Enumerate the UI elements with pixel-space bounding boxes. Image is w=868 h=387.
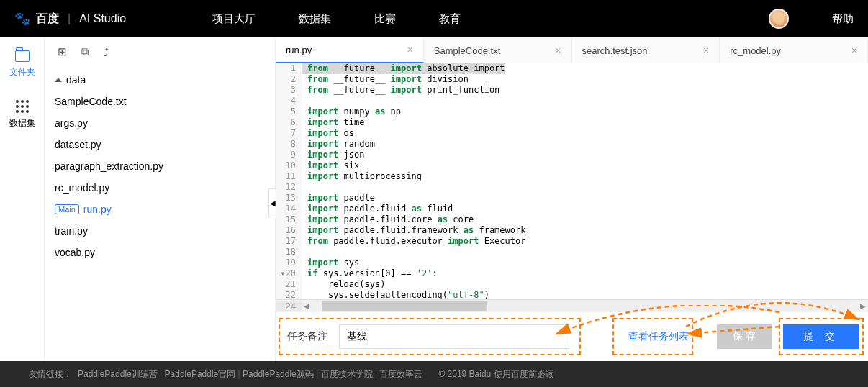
code-content[interactable]: import time — [302, 117, 364, 128]
code-editor[interactable]: 1from __future__ import absolute_import2… — [276, 63, 868, 299]
code-line[interactable]: 21 reload(sys) — [276, 279, 868, 290]
footer-link[interactable]: PaddlePaddle官网 — [165, 369, 236, 379]
footer-link[interactable]: 百度技术学院 — [321, 369, 373, 379]
nav-education[interactable]: 教育 — [439, 12, 461, 26]
close-icon[interactable]: × — [703, 45, 709, 56]
code-line[interactable]: 8import random — [276, 139, 868, 150]
code-line[interactable]: 15import paddle.fluid.core as core — [276, 214, 868, 225]
code-line[interactable]: 5import numpy as np — [276, 106, 868, 117]
rail-datasets[interactable]: 数据集 — [0, 87, 44, 138]
code-content[interactable]: import random — [302, 139, 375, 150]
code-line[interactable]: 16import paddle.fluid.framework as frame… — [276, 225, 868, 236]
scroll-thumb[interactable] — [322, 301, 487, 311]
code-line[interactable]: ▾20if sys.version[0] == '2': — [276, 268, 868, 279]
line-number: 7 — [276, 128, 302, 139]
submit-button[interactable]: 提 交 — [783, 324, 859, 349]
rail-files[interactable]: 文件夹 — [0, 37, 44, 87]
file-label: run.py — [83, 204, 112, 215]
code-line[interactable]: 6import time — [276, 117, 868, 128]
tab-search-test-json[interactable]: search.test.json× — [572, 37, 720, 63]
code-content[interactable]: if sys.version[0] == '2': — [302, 268, 438, 279]
line-number: 9 — [276, 150, 302, 160]
nav-help[interactable]: 帮助 — [832, 12, 854, 26]
logo[interactable]: 🐾 百度 | AI Studio — [14, 11, 126, 27]
folder-icon — [15, 50, 30, 62]
code-line[interactable]: 4 — [276, 96, 868, 106]
rail-datasets-label: 数据集 — [9, 117, 35, 129]
tab-run-py[interactable]: run.py× — [276, 37, 424, 63]
tab-SampleCode-txt[interactable]: SampleCode.txt× — [424, 37, 572, 63]
footer-link[interactable]: PaddlePaddle训练营 — [78, 369, 158, 379]
tree-item-run-py[interactable]: Mainrun.py — [45, 199, 275, 220]
code-content[interactable] — [302, 182, 307, 193]
code-line[interactable]: 19import sys — [276, 258, 868, 268]
scroll-track[interactable] — [322, 301, 848, 311]
code-content[interactable]: import paddle — [302, 193, 375, 204]
nav-projects[interactable]: 项目大厅 — [212, 12, 256, 26]
line-number: 12 — [276, 182, 302, 193]
tree-item-paragraph_extraction-py[interactable]: paragraph_extraction.py — [45, 155, 275, 177]
code-line[interactable]: 18 — [276, 247, 868, 258]
tab-label: SampleCode.txt — [434, 45, 501, 56]
code-content[interactable]: from __future__ import print_function — [302, 85, 499, 96]
code-content[interactable]: import numpy as np — [302, 106, 401, 117]
line-number: 17 — [276, 236, 302, 247]
close-icon[interactable]: × — [407, 44, 413, 55]
code-content[interactable]: import json — [302, 150, 364, 160]
nav-competition[interactable]: 比赛 — [374, 12, 396, 26]
collapse-handle[interactable]: ◀ — [268, 188, 276, 217]
code-content[interactable]: reload(sys) — [302, 279, 385, 290]
code-content[interactable]: import paddle.fluid as fluid — [302, 204, 453, 214]
code-line[interactable]: 3from __future__ import print_function — [276, 85, 868, 96]
footer-link[interactable]: 百度效率云 — [379, 369, 422, 379]
footer-link[interactable]: PaddlePaddle源码 — [243, 369, 314, 379]
file-tree: data SampleCode.txtargs.pydataset.pypara… — [45, 66, 275, 266]
tree-item-args-py[interactable]: args.py — [45, 112, 275, 134]
code-line[interactable]: 1from __future__ import absolute_import — [276, 63, 868, 74]
nav-datasets[interactable]: 数据集 — [299, 12, 331, 26]
tree-folder-data[interactable]: data — [45, 69, 275, 91]
save-button[interactable]: 保 存 — [717, 324, 772, 349]
close-icon[interactable]: × — [555, 45, 561, 56]
code-content[interactable]: from __future__ import absolute_import — [302, 63, 505, 74]
tree-item-vocab-py[interactable]: vocab.py — [45, 242, 275, 263]
code-content[interactable]: import multiprocessing — [302, 171, 422, 182]
code-line[interactable]: 9import json — [276, 150, 868, 160]
tree-item-rc_model-py[interactable]: rc_model.py — [45, 177, 275, 199]
tree-item-SampleCode-txt[interactable]: SampleCode.txt — [45, 91, 275, 112]
code-content[interactable] — [302, 247, 307, 258]
code-line[interactable]: 13import paddle — [276, 193, 868, 204]
code-line[interactable]: 17from paddle.fluid.executor import Exec… — [276, 236, 868, 247]
code-line[interactable]: 7import os — [276, 128, 868, 139]
tab-label: search.test.json — [582, 45, 648, 56]
code-line[interactable]: 11import multiprocessing — [276, 171, 868, 182]
code-line[interactable]: 14import paddle.fluid as fluid — [276, 204, 868, 214]
task-remark-input[interactable] — [339, 324, 569, 349]
view-tasks-link[interactable]: 查看任务列表 — [628, 330, 689, 343]
code-content[interactable]: import paddle.fluid.framework as framewo… — [302, 225, 525, 236]
footer: 友情链接： PaddlePaddle训练营 | PaddlePaddle官网 |… — [0, 361, 868, 387]
tree-item-dataset-py[interactable]: dataset.py — [45, 134, 275, 155]
code-content[interactable]: import sys — [302, 258, 359, 268]
scroll-right-icon[interactable]: ▶ — [858, 302, 868, 310]
new-folder-icon[interactable]: ⧉ — [81, 45, 89, 58]
close-icon[interactable]: × — [851, 45, 857, 56]
tree-item-train-py[interactable]: train.py — [45, 220, 275, 242]
tab-rc_model-py[interactable]: rc_model.py× — [720, 37, 868, 63]
code-line[interactable]: 2from __future__ import division — [276, 74, 868, 85]
avatar[interactable] — [769, 9, 789, 29]
code-line[interactable]: 10import six — [276, 160, 868, 171]
scroll-left-icon[interactable]: ◀ — [302, 302, 312, 310]
code-content[interactable]: from paddle.fluid.executor import Execut… — [302, 236, 525, 247]
code-content[interactable]: from __future__ import division — [302, 74, 469, 85]
upload-icon[interactable]: ⤴ — [104, 46, 109, 58]
code-content[interactable]: sys.setdefaultencoding("utf-8") — [302, 290, 489, 299]
horizontal-scrollbar[interactable]: 24 ◀ ▶ — [276, 299, 868, 312]
code-content[interactable]: import paddle.fluid.core as core — [302, 214, 474, 225]
code-content[interactable]: import six — [302, 160, 359, 171]
new-file-icon[interactable]: ⊞ — [58, 45, 67, 58]
code-content[interactable] — [302, 96, 307, 106]
code-line[interactable]: 12 — [276, 182, 868, 193]
code-line[interactable]: 22 sys.setdefaultencoding("utf-8") — [276, 290, 868, 299]
code-content[interactable]: import os — [302, 128, 354, 139]
